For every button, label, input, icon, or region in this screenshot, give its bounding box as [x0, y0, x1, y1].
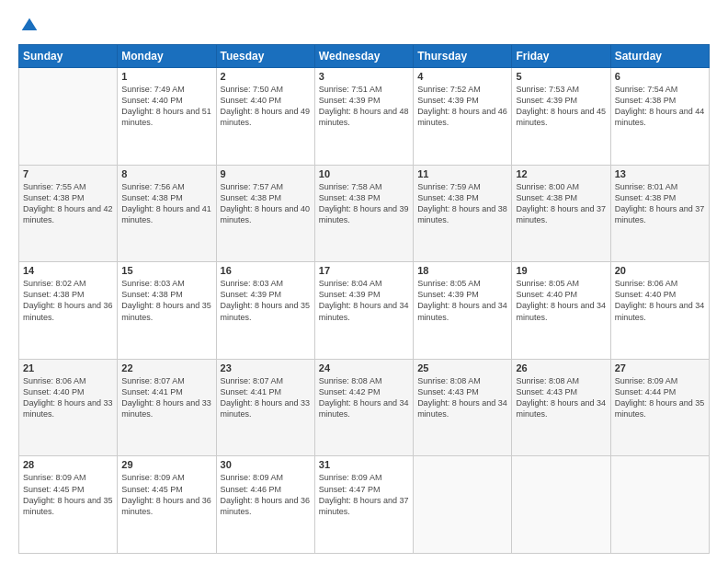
day-number: 10	[319, 168, 409, 179]
cell-info: Sunrise: 7:53 AMSunset: 4:39 PMDaylight:…	[516, 84, 606, 129]
calendar-cell: 26Sunrise: 8:08 AMSunset: 4:43 PMDayligh…	[512, 359, 610, 456]
day-number: 6	[615, 71, 705, 82]
day-number: 26	[516, 362, 606, 373]
cell-info: Sunrise: 7:55 AMSunset: 4:38 PMDaylight:…	[23, 181, 113, 226]
cell-info: Sunrise: 8:08 AMSunset: 4:43 PMDaylight:…	[516, 375, 606, 420]
day-number: 4	[417, 71, 507, 82]
cell-info: Sunrise: 8:08 AMSunset: 4:42 PMDaylight:…	[319, 375, 409, 420]
day-number: 20	[615, 265, 705, 276]
cell-info: Sunrise: 8:09 AMSunset: 4:44 PMDaylight:…	[615, 375, 705, 420]
calendar-cell: 2Sunrise: 7:50 AMSunset: 4:40 PMDaylight…	[216, 68, 314, 166]
cell-info: Sunrise: 8:05 AMSunset: 4:39 PMDaylight:…	[417, 278, 507, 323]
header	[18, 17, 710, 35]
calendar-cell: 20Sunrise: 8:06 AMSunset: 4:40 PMDayligh…	[610, 262, 709, 360]
day-number: 15	[121, 265, 211, 276]
cell-info: Sunrise: 8:00 AMSunset: 4:38 PMDaylight:…	[516, 181, 606, 226]
calendar-cell: 18Sunrise: 8:05 AMSunset: 4:39 PMDayligh…	[414, 262, 512, 360]
calendar-table: SundayMondayTuesdayWednesdayThursdayFrid…	[18, 44, 710, 554]
cell-info: Sunrise: 8:06 AMSunset: 4:40 PMDaylight:…	[23, 375, 113, 420]
cell-info: Sunrise: 8:09 AMSunset: 4:45 PMDaylight:…	[121, 472, 211, 517]
day-header-friday: Friday	[512, 45, 610, 68]
day-number: 11	[417, 168, 507, 179]
cell-info: Sunrise: 8:08 AMSunset: 4:43 PMDaylight:…	[417, 375, 507, 420]
day-number: 3	[319, 71, 409, 82]
calendar-cell: 6Sunrise: 7:54 AMSunset: 4:38 PMDaylight…	[610, 68, 709, 166]
day-number: 21	[23, 362, 113, 373]
calendar-cell: 22Sunrise: 8:07 AMSunset: 4:41 PMDayligh…	[118, 359, 216, 456]
calendar-cell	[610, 456, 709, 554]
svg-marker-0	[22, 18, 38, 30]
day-header-thursday: Thursday	[414, 45, 512, 68]
day-number: 16	[221, 265, 311, 276]
day-header-monday: Monday	[118, 45, 216, 68]
cell-info: Sunrise: 8:03 AMSunset: 4:39 PMDaylight:…	[221, 278, 311, 323]
cell-info: Sunrise: 7:51 AMSunset: 4:39 PMDaylight:…	[319, 84, 409, 129]
cell-info: Sunrise: 7:56 AMSunset: 4:38 PMDaylight:…	[121, 181, 211, 226]
week-row-2: 7Sunrise: 7:55 AMSunset: 4:38 PMDaylight…	[19, 165, 710, 262]
cell-info: Sunrise: 8:04 AMSunset: 4:39 PMDaylight:…	[319, 278, 409, 323]
day-number: 23	[221, 362, 311, 373]
cell-info: Sunrise: 8:07 AMSunset: 4:41 PMDaylight:…	[221, 375, 311, 420]
calendar-cell: 9Sunrise: 7:57 AMSunset: 4:38 PMDaylight…	[216, 165, 314, 262]
cell-info: Sunrise: 7:50 AMSunset: 4:40 PMDaylight:…	[221, 84, 311, 129]
calendar-cell: 5Sunrise: 7:53 AMSunset: 4:39 PMDaylight…	[512, 68, 610, 166]
logo	[18, 17, 39, 35]
cell-info: Sunrise: 8:05 AMSunset: 4:40 PMDaylight:…	[516, 278, 606, 323]
day-header-tuesday: Tuesday	[216, 45, 314, 68]
day-number: 28	[23, 459, 113, 470]
calendar-cell: 30Sunrise: 8:09 AMSunset: 4:46 PMDayligh…	[216, 456, 314, 554]
day-number: 25	[417, 362, 507, 373]
week-row-5: 28Sunrise: 8:09 AMSunset: 4:45 PMDayligh…	[19, 456, 710, 554]
day-number: 30	[221, 459, 311, 470]
calendar-cell: 17Sunrise: 8:04 AMSunset: 4:39 PMDayligh…	[314, 262, 413, 360]
day-number: 9	[221, 168, 311, 179]
day-number: 19	[516, 265, 606, 276]
calendar-cell: 12Sunrise: 8:00 AMSunset: 4:38 PMDayligh…	[512, 165, 610, 262]
calendar-cell: 15Sunrise: 8:03 AMSunset: 4:38 PMDayligh…	[118, 262, 216, 360]
calendar-cell: 19Sunrise: 8:05 AMSunset: 4:40 PMDayligh…	[512, 262, 610, 360]
calendar-cell: 16Sunrise: 8:03 AMSunset: 4:39 PMDayligh…	[216, 262, 314, 360]
logo-icon	[20, 17, 39, 35]
day-number: 24	[319, 362, 409, 373]
header-row: SundayMondayTuesdayWednesdayThursdayFrid…	[19, 45, 710, 68]
cell-info: Sunrise: 8:06 AMSunset: 4:40 PMDaylight:…	[615, 278, 705, 323]
calendar-cell: 11Sunrise: 7:59 AMSunset: 4:38 PMDayligh…	[414, 165, 512, 262]
day-header-saturday: Saturday	[610, 45, 709, 68]
calendar-cell: 28Sunrise: 8:09 AMSunset: 4:45 PMDayligh…	[19, 456, 118, 554]
calendar-cell: 3Sunrise: 7:51 AMSunset: 4:39 PMDaylight…	[314, 68, 413, 166]
day-header-wednesday: Wednesday	[314, 45, 413, 68]
cell-info: Sunrise: 7:52 AMSunset: 4:39 PMDaylight:…	[417, 84, 507, 129]
page: SundayMondayTuesdayWednesdayThursdayFrid…	[0, 0, 728, 563]
calendar-cell: 29Sunrise: 8:09 AMSunset: 4:45 PMDayligh…	[118, 456, 216, 554]
calendar-cell: 23Sunrise: 8:07 AMSunset: 4:41 PMDayligh…	[216, 359, 314, 456]
day-number: 18	[417, 265, 507, 276]
day-number: 8	[121, 168, 211, 179]
calendar-cell: 4Sunrise: 7:52 AMSunset: 4:39 PMDaylight…	[414, 68, 512, 166]
cell-info: Sunrise: 7:54 AMSunset: 4:38 PMDaylight:…	[615, 84, 705, 129]
day-number: 5	[516, 71, 606, 82]
day-number: 1	[121, 71, 211, 82]
cell-info: Sunrise: 8:02 AMSunset: 4:38 PMDaylight:…	[23, 278, 113, 323]
cell-info: Sunrise: 8:07 AMSunset: 4:41 PMDaylight:…	[121, 375, 211, 420]
week-row-3: 14Sunrise: 8:02 AMSunset: 4:38 PMDayligh…	[19, 262, 710, 360]
calendar-cell: 21Sunrise: 8:06 AMSunset: 4:40 PMDayligh…	[19, 359, 118, 456]
calendar-cell: 24Sunrise: 8:08 AMSunset: 4:42 PMDayligh…	[314, 359, 413, 456]
calendar-cell	[414, 456, 512, 554]
calendar-cell: 8Sunrise: 7:56 AMSunset: 4:38 PMDaylight…	[118, 165, 216, 262]
calendar-cell: 14Sunrise: 8:02 AMSunset: 4:38 PMDayligh…	[19, 262, 118, 360]
day-number: 31	[319, 459, 409, 470]
calendar-cell	[19, 68, 118, 166]
cell-info: Sunrise: 8:03 AMSunset: 4:38 PMDaylight:…	[121, 278, 211, 323]
week-row-1: 1Sunrise: 7:49 AMSunset: 4:40 PMDaylight…	[19, 68, 710, 166]
calendar-cell: 13Sunrise: 8:01 AMSunset: 4:38 PMDayligh…	[610, 165, 709, 262]
calendar-cell: 25Sunrise: 8:08 AMSunset: 4:43 PMDayligh…	[414, 359, 512, 456]
week-row-4: 21Sunrise: 8:06 AMSunset: 4:40 PMDayligh…	[19, 359, 710, 456]
cell-info: Sunrise: 7:57 AMSunset: 4:38 PMDaylight:…	[221, 181, 311, 226]
cell-info: Sunrise: 7:49 AMSunset: 4:40 PMDaylight:…	[121, 84, 211, 129]
calendar-cell: 31Sunrise: 8:09 AMSunset: 4:47 PMDayligh…	[314, 456, 413, 554]
calendar-cell: 1Sunrise: 7:49 AMSunset: 4:40 PMDaylight…	[118, 68, 216, 166]
calendar-cell: 27Sunrise: 8:09 AMSunset: 4:44 PMDayligh…	[610, 359, 709, 456]
calendar-cell	[512, 456, 610, 554]
day-number: 2	[221, 71, 311, 82]
calendar-cell: 10Sunrise: 7:58 AMSunset: 4:38 PMDayligh…	[314, 165, 413, 262]
